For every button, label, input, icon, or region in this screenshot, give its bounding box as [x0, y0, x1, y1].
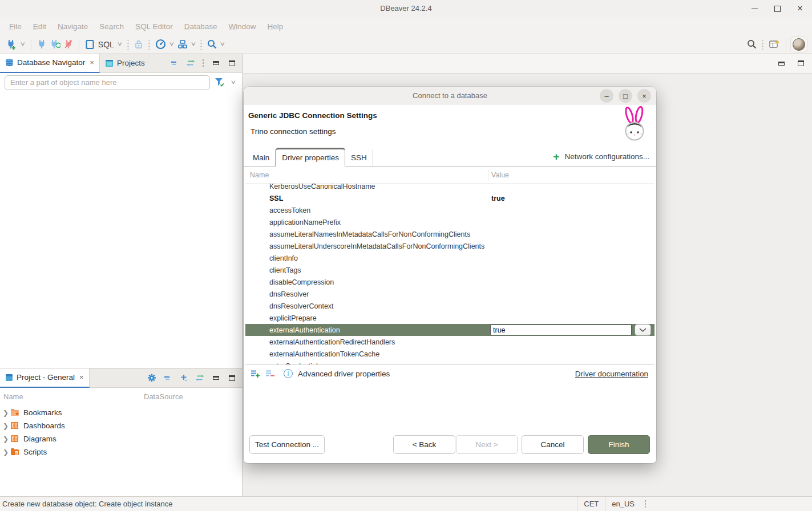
finish-button[interactable]: Finish	[588, 435, 650, 454]
property-row-clientTags[interactable]: clientTags	[245, 264, 655, 276]
editor-maximize-icon[interactable]	[796, 59, 805, 68]
chevron-right-icon[interactable]: ❯	[1, 409, 10, 417]
perspective-icon[interactable]	[767, 38, 782, 51]
menu-help[interactable]: Help	[262, 22, 289, 31]
property-row-extraCredentials[interactable]: extraCredentials	[245, 360, 655, 364]
dialog-minimize-icon[interactable]: –	[600, 89, 613, 103]
table-body[interactable]: KerberosUseCanonicalHostnameSSLtrueacces…	[245, 184, 655, 364]
header-name[interactable]: Name	[245, 171, 488, 179]
connect-icon[interactable]	[35, 38, 48, 51]
collapse-all-icon[interactable]	[170, 59, 179, 68]
property-name: explicitPrepare	[245, 314, 488, 322]
property-row-accessToken[interactable]: accessToken	[245, 204, 655, 216]
object-filter-input[interactable]	[5, 75, 210, 90]
link-editor-icon[interactable]	[186, 59, 195, 68]
add-property-icon[interactable]	[251, 370, 260, 378]
collapse-all-icon[interactable]	[163, 374, 172, 383]
property-row-dnsResolver[interactable]: dnsResolver	[245, 288, 655, 300]
search-dropdown-icon[interactable]: ˅	[217, 41, 228, 47]
dialog-tab-driver-properties[interactable]: Driver properties	[276, 148, 345, 167]
panel-minimize-icon[interactable]	[211, 59, 220, 68]
dialog-close-icon[interactable]: ×	[637, 89, 651, 103]
timezone-indicator[interactable]: CET	[577, 497, 605, 511]
column-datasource[interactable]: DataSource	[144, 392, 183, 401]
column-name[interactable]: Name	[0, 392, 144, 401]
dialog-tab-ssh[interactable]: SSH	[345, 149, 373, 166]
expand-all-icon[interactable]	[179, 374, 188, 383]
menu-navigate[interactable]: Navigate	[52, 22, 94, 31]
property-row-KerberosUseCanonicalHostname[interactable]: KerberosUseCanonicalHostname	[245, 184, 655, 192]
property-row-applicationNamePrefix[interactable]: applicationNamePrefix	[245, 216, 655, 228]
driver-manager-dropdown-icon[interactable]: ˅	[188, 41, 199, 47]
tree-item-dashboards[interactable]: ❯Dashboards	[0, 419, 242, 432]
sql-editor-dropdown-icon[interactable]: ˅	[114, 41, 125, 47]
dialog-titlebar[interactable]: Connect to a database – □ ×	[244, 87, 656, 105]
tab-projects[interactable]: Projects	[100, 54, 150, 73]
property-row-SSL[interactable]: SSLtrue	[245, 192, 655, 204]
property-row-externalAuthentication[interactable]: externalAuthentication	[245, 324, 655, 336]
menu-file[interactable]: File	[3, 22, 27, 31]
property-row-disableCompression[interactable]: disableCompression	[245, 276, 655, 288]
main-toolbar: ˅ SQL ˅ ˅ ˅ ˅	[0, 35, 812, 54]
view-menu-grip-icon[interactable]	[202, 59, 204, 68]
dashboard-dropdown-icon[interactable]: ˅	[166, 41, 177, 47]
locale-indicator[interactable]: en_US	[605, 497, 641, 511]
chevron-right-icon[interactable]: ❯	[1, 448, 10, 456]
back-button[interactable]: < Back	[393, 435, 455, 454]
close-icon[interactable]: ×	[793, 1, 807, 16]
disconnect-icon[interactable]	[62, 38, 75, 51]
driver-manager-icon[interactable]	[176, 38, 189, 51]
test-connection-button[interactable]: Test Connection ...	[249, 435, 325, 454]
cancel-button[interactable]: Cancel	[522, 435, 584, 454]
quick-search-icon[interactable]	[745, 38, 758, 51]
tree-item-scripts[interactable]: ❯Scripts	[0, 445, 242, 459]
tree-item-bookmarks[interactable]: ❯Bookmarks	[0, 406, 242, 419]
driver-documentation-link[interactable]: Driver documentation	[575, 370, 649, 378]
close-tab-icon[interactable]: ×	[78, 373, 84, 382]
dbeaver-logo-button[interactable]	[790, 36, 807, 52]
new-connection-dropdown-icon[interactable]: ˅	[17, 41, 28, 47]
menu-search[interactable]: Search	[94, 22, 130, 31]
tab-project-general[interactable]: Project - General ×	[0, 368, 90, 388]
minimize-icon[interactable]	[747, 1, 762, 16]
tab-database-navigator[interactable]: Database Navigator ×	[0, 54, 100, 73]
link-editor-icon[interactable]	[195, 374, 204, 383]
editor-minimize-icon[interactable]	[777, 59, 786, 68]
menu-database[interactable]: Database	[179, 22, 223, 31]
sql-editor-icon[interactable]	[83, 38, 96, 51]
property-row-externalAuthenticationRedirectHandlers[interactable]: externalAuthenticationRedirectHandlers	[245, 336, 655, 348]
property-row-clientInfo[interactable]: clientInfo	[245, 252, 655, 264]
menu-window[interactable]: Window	[223, 22, 261, 31]
menu-sql-editor[interactable]: SQL Editor	[130, 22, 179, 31]
filter-dropdown-icon[interactable]: ˅	[228, 79, 239, 86]
dialog-maximize-icon[interactable]: □	[619, 89, 632, 103]
navigator-tree[interactable]	[0, 92, 242, 368]
panel-maximize-icon[interactable]	[227, 59, 236, 68]
filter-icon[interactable]	[215, 78, 225, 87]
panel-minimize-icon[interactable]	[211, 374, 220, 383]
property-row-assumeLiteralNamesInMetadataCallsForNonConformingClients[interactable]: assumeLiteralNamesInMetadataCallsForNonC…	[245, 228, 655, 240]
property-row-assumeLiteralUnderscoreInMetadataCallsForNonConformingClients[interactable]: assumeLiteralUnderscoreInMetadataCallsFo…	[245, 240, 655, 252]
dialog-tab-main[interactable]: Main	[247, 149, 276, 166]
panel-maximize-icon[interactable]	[227, 374, 236, 383]
dashboard-gauge-icon[interactable]	[153, 38, 168, 51]
sql-editor-label[interactable]: SQL	[96, 40, 116, 49]
chevron-right-icon[interactable]: ❯	[1, 435, 10, 443]
tree-item-diagrams[interactable]: ❯Diagrams	[0, 432, 242, 445]
property-name: externalAuthenticationRedirectHandlers	[245, 338, 488, 346]
header-value[interactable]: Value	[488, 171, 509, 179]
network-configurations-button[interactable]: + Network configurations...	[553, 151, 649, 162]
property-name: accessToken	[245, 206, 488, 214]
property-row-dnsResolverContext[interactable]: dnsResolverContext	[245, 300, 655, 312]
property-row-explicitPrepare[interactable]: explicitPrepare	[245, 312, 655, 324]
reconnect-icon[interactable]	[48, 38, 62, 51]
value-dropdown-button[interactable]	[635, 324, 651, 336]
menu-edit[interactable]: Edit	[27, 22, 52, 31]
chevron-right-icon[interactable]: ❯	[1, 422, 10, 430]
close-tab-icon[interactable]: ×	[88, 58, 94, 67]
property-value-input[interactable]	[490, 325, 632, 335]
maximize-icon[interactable]	[770, 1, 785, 16]
settings-gear-icon[interactable]	[147, 374, 156, 383]
property-row-externalAuthenticationTokenCache[interactable]: externalAuthenticationTokenCache	[245, 348, 655, 360]
remove-property-icon[interactable]	[265, 370, 275, 378]
